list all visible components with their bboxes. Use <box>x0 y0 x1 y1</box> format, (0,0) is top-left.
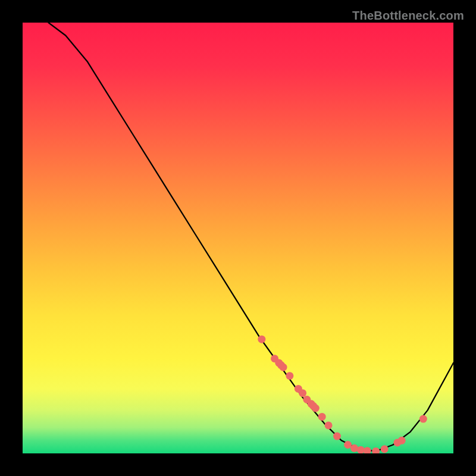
data-marker <box>325 421 333 429</box>
data-marker <box>333 433 341 440</box>
data-marker <box>318 413 326 421</box>
data-marker <box>357 446 365 453</box>
data-marker <box>280 364 287 371</box>
plot-gradient-area <box>23 23 453 453</box>
data-marker <box>381 445 389 453</box>
chart-svg <box>23 23 453 453</box>
data-marker <box>258 336 265 343</box>
data-marker <box>350 444 358 452</box>
curve-markers <box>258 336 427 453</box>
data-marker <box>372 447 380 453</box>
curve-line <box>48 23 453 451</box>
data-marker <box>299 389 306 397</box>
watermark-text: TheBottleneck.com <box>352 9 464 23</box>
data-marker <box>286 372 293 380</box>
data-marker <box>398 437 406 444</box>
data-marker <box>312 404 320 412</box>
chart-container: TheBottleneck.com <box>0 0 476 476</box>
data-marker <box>364 447 371 453</box>
data-marker <box>419 415 427 423</box>
